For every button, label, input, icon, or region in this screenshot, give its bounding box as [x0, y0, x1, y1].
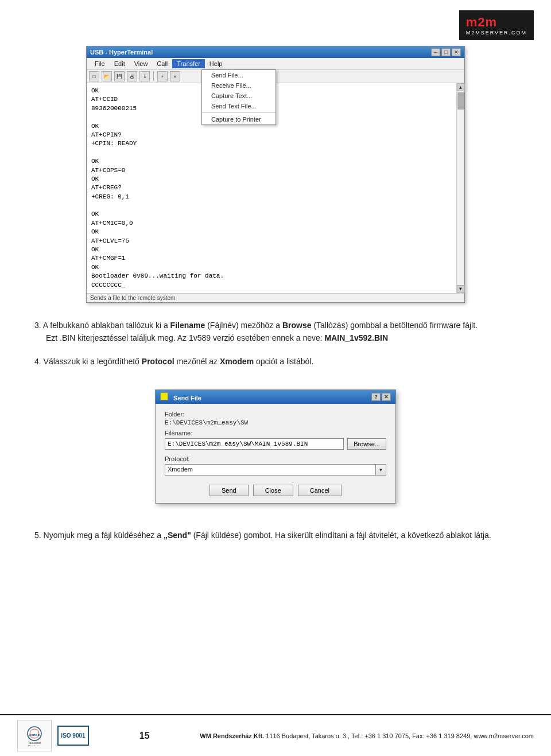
terminal-line: OK	[91, 228, 452, 236]
browse-button[interactable]: Browse...	[347, 438, 386, 450]
restore-button[interactable]: □	[441, 48, 451, 56]
menu-separator	[202, 112, 276, 113]
step-3-intro: A felbukkanó ablakban tallózuk ki a	[43, 321, 170, 330]
terminal-line: Bootloader 0v89...waiting for data.	[91, 272, 452, 280]
menu-view[interactable]: View	[130, 59, 153, 68]
window-menubar: File Edit View Call Transfer Help Send F…	[87, 58, 464, 70]
toolbar-save-icon[interactable]: 💾	[114, 71, 125, 81]
step-3-paren1: (Fájlnév) mezőhöz a	[207, 321, 282, 330]
iso-logo: ISO 9001	[57, 726, 89, 746]
svg-text:Rendszer: Rendszer	[28, 745, 41, 746]
send-button[interactable]: Send	[209, 485, 249, 496]
dialog-body: Folder: E:\DEVICES\m2m_easy\SW Filename:…	[156, 404, 395, 503]
toolbar-new-icon[interactable]: □	[89, 71, 99, 81]
menu-capture-printer[interactable]: Capture to Printer	[202, 114, 276, 124]
svg-text:certop: certop	[29, 733, 40, 736]
filename-label: Filename	[170, 321, 205, 330]
terminal-line: OK	[91, 210, 452, 219]
step-4-text2: mezőnél az	[176, 357, 219, 366]
xmodem-label: Xmodem	[220, 357, 254, 366]
step-5-rest: (Fájl küldése) gombot. Ha sikerült elind…	[193, 531, 491, 540]
toolbar-open-icon[interactable]: 📂	[102, 71, 112, 81]
step-3-paren2: (Tallózás) gombbal a betöltendő firmware…	[313, 321, 478, 330]
menu-file[interactable]: File	[90, 59, 110, 68]
vertical-scrollbar[interactable]: ▲ ▼	[456, 83, 464, 293]
protocol-row: Xmodem ▼	[165, 464, 386, 476]
step-3-bin-text: Ezt .BIN kiterjesztéssel találjuk meg. A…	[46, 333, 325, 342]
window-controls: ─ □ ✕	[431, 48, 461, 56]
toolbar-print-icon[interactable]: 🖨	[127, 71, 137, 81]
step-5-number: 5.	[34, 531, 44, 540]
protocol-dropdown-arrow[interactable]: ▼	[376, 464, 386, 476]
logo-server: M2MSERVER.COM	[466, 30, 527, 36]
dialog-close-button[interactable]: ✕	[382, 393, 391, 401]
dialog-help-button[interactable]: ?	[371, 393, 381, 401]
main-bin-name: MAIN_1v592.BIN	[325, 333, 389, 342]
footer-logos: certop Tanúsított Rendszer ISO 9001	[17, 720, 89, 751]
close-button[interactable]: ✕	[452, 48, 461, 56]
step-5-send-label: „Send"	[164, 531, 191, 540]
menu-transfer[interactable]: Transfer	[172, 59, 205, 68]
window-title: USB - HyperTerminal	[90, 49, 153, 56]
protocol-select-display: Xmodem	[165, 464, 376, 476]
protocol-field-label: Protocol:	[165, 455, 386, 462]
terminal-line: OK	[91, 263, 452, 272]
footer-company: WM Rendszerház Kft.	[200, 732, 264, 739]
step-4-number: 4.	[34, 357, 44, 366]
menu-receive-file[interactable]: Receive File...	[202, 80, 276, 91]
step-4-block: 4. Válasszuk ki a legördíthető Protocol …	[34, 355, 517, 368]
scroll-thumb[interactable]	[457, 92, 464, 110]
browse-label: Browse	[282, 321, 312, 330]
step-5-text: 5. Nyomjuk meg a fájl küldéséhez a „Send…	[34, 529, 517, 541]
toolbar-connect-icon[interactable]: ⚡	[157, 71, 168, 81]
terminal-line: AT+CPIN?	[91, 131, 452, 139]
dialog-titlebar: Send File ? ✕	[156, 390, 395, 404]
top-logo: m2m M2MSERVER.COM	[459, 10, 534, 40]
toolbar-disconnect-icon[interactable]: ✕	[170, 71, 180, 81]
scroll-up-arrow[interactable]: ▲	[457, 83, 465, 91]
filename-row: Browse...	[165, 438, 386, 450]
cancel-button[interactable]: Cancel	[298, 485, 342, 496]
terminal-line: AT+CREG?	[91, 184, 452, 192]
menu-send-text-file[interactable]: Send Text File...	[202, 101, 276, 111]
hyperterminal-window: USB - HyperTerminal ─ □ ✕ File Edit View…	[86, 46, 465, 303]
dialog-controls: ? ✕	[371, 393, 391, 401]
filename-input[interactable]	[165, 438, 344, 450]
menu-help[interactable]: Help	[205, 59, 227, 68]
page-number: 15	[139, 731, 150, 741]
terminal-line: AT+CMIC=0,0	[91, 219, 452, 228]
step-3-block: 3. A felbukkanó ablakban tallózuk ki a F…	[34, 319, 517, 345]
certop-logo: certop Tanúsított Rendszer	[17, 720, 52, 751]
terminal-line: +CPIN: READY	[91, 139, 452, 148]
screenshot-area: USB - HyperTerminal ─ □ ✕ File Edit View…	[34, 46, 517, 303]
dialog-title-text: Send File	[173, 395, 201, 402]
send-file-area: Send File ? ✕ Folder: E:\DEVICES\m2m_eas…	[34, 378, 517, 515]
protocol-label: Protocol	[142, 357, 174, 366]
dialog-close-btn[interactable]: Close	[253, 485, 293, 496]
step-3-text: 3. A felbukkanó ablakban tallózuk ki a F…	[34, 319, 517, 332]
terminal-line	[91, 149, 452, 157]
step-3-number: 3.	[34, 321, 43, 330]
menu-capture-text[interactable]: Capture Text...	[202, 91, 276, 101]
footer-contact: WM Rendszerház Kft. 1116 Budapest, Takar…	[200, 732, 534, 739]
certop-svg: certop Tanúsított Rendszer	[23, 726, 46, 746]
menu-call[interactable]: Call	[152, 59, 172, 68]
dialog-title-icon	[160, 392, 168, 400]
terminal-line	[91, 201, 452, 210]
dialog-buttons: Send Close Cancel	[165, 485, 386, 496]
scroll-down-arrow[interactable]: ▼	[457, 285, 465, 293]
minimize-button[interactable]: ─	[431, 48, 440, 56]
terminal-line: AT+CMGF=1	[91, 254, 452, 263]
dialog-title-left: Send File	[160, 392, 201, 402]
step-4-text: 4. Válasszuk ki a legördíthető Protocol …	[34, 355, 517, 368]
terminal-line: OK	[91, 175, 452, 184]
page-footer: certop Tanúsított Rendszer ISO 9001 15 W…	[0, 714, 551, 756]
folder-value: E:\DEVICES\m2m_easy\SW	[165, 419, 386, 426]
toolbar-info-icon[interactable]: ℹ	[139, 71, 150, 81]
menu-send-file[interactable]: Send File...	[202, 70, 276, 80]
menu-edit[interactable]: Edit	[110, 59, 130, 68]
terminal-line: AT+CLVL=75	[91, 237, 452, 245]
footer-address: 1116 Budapest, Takaros u. 3., Tel.: +36 …	[266, 732, 534, 739]
transfer-dropdown: Send File... Receive File... Capture Tex…	[201, 69, 276, 125]
step-4-text3: opciót a listából.	[256, 357, 313, 366]
